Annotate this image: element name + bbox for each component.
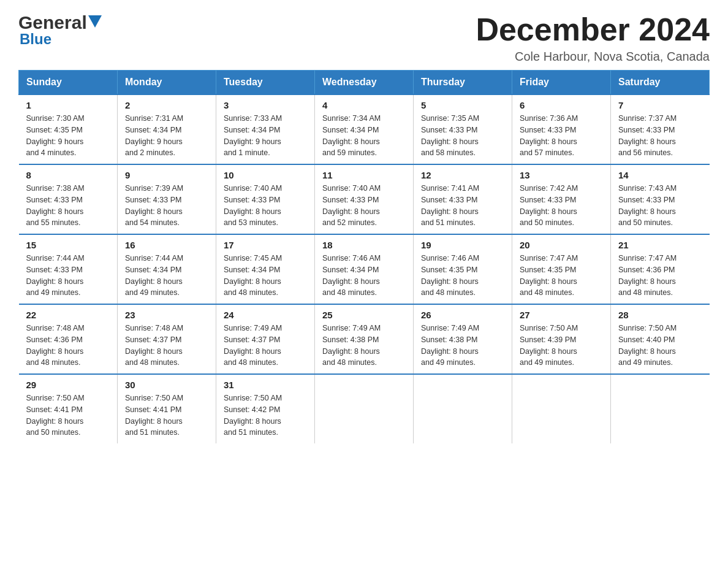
day-number: 30 (125, 380, 208, 390)
day-info: Sunrise: 7:40 AM Sunset: 4:33 PM Dayligh… (322, 183, 406, 229)
header-sunday: Sunday (19, 71, 118, 95)
day-number: 7 (618, 100, 702, 110)
calendar-table: SundayMondayTuesdayWednesdayThursdayFrid… (18, 70, 710, 443)
header-monday: Monday (118, 71, 216, 95)
day-number: 21 (618, 240, 702, 250)
calendar-cell: 8 Sunrise: 7:38 AM Sunset: 4:33 PM Dayli… (19, 164, 118, 234)
calendar-cell: 23 Sunrise: 7:48 AM Sunset: 4:37 PM Dayl… (118, 304, 216, 374)
calendar-cell: 14 Sunrise: 7:43 AM Sunset: 4:33 PM Dayl… (611, 164, 710, 234)
calendar-cell: 20 Sunrise: 7:47 AM Sunset: 4:35 PM Dayl… (512, 234, 611, 304)
calendar-week-2: 8 Sunrise: 7:38 AM Sunset: 4:33 PM Dayli… (19, 164, 710, 234)
day-number: 22 (26, 310, 110, 320)
day-number: 16 (125, 240, 208, 250)
day-number: 28 (618, 310, 702, 320)
day-number: 9 (125, 170, 208, 180)
location-subtitle: Cole Harbour, Nova Scotia, Canada (476, 50, 710, 64)
calendar-week-5: 29 Sunrise: 7:50 AM Sunset: 4:41 PM Dayl… (19, 374, 710, 443)
calendar-week-3: 15 Sunrise: 7:44 AM Sunset: 4:33 PM Dayl… (19, 234, 710, 304)
day-info: Sunrise: 7:35 AM Sunset: 4:33 PM Dayligh… (421, 113, 504, 159)
calendar-cell: 5 Sunrise: 7:35 AM Sunset: 4:33 PM Dayli… (414, 94, 512, 164)
day-info: Sunrise: 7:39 AM Sunset: 4:33 PM Dayligh… (125, 183, 208, 229)
day-number: 20 (520, 240, 603, 250)
day-number: 2 (125, 100, 208, 110)
day-number: 10 (224, 170, 307, 180)
day-info: Sunrise: 7:33 AM Sunset: 4:34 PM Dayligh… (224, 113, 307, 159)
header-wednesday: Wednesday (315, 71, 414, 95)
day-info: Sunrise: 7:37 AM Sunset: 4:33 PM Dayligh… (618, 113, 702, 159)
day-number: 29 (26, 380, 110, 390)
calendar-cell: 10 Sunrise: 7:40 AM Sunset: 4:33 PM Dayl… (216, 164, 315, 234)
day-info: Sunrise: 7:46 AM Sunset: 4:34 PM Dayligh… (322, 253, 406, 299)
day-number: 3 (224, 100, 307, 110)
calendar-cell: 2 Sunrise: 7:31 AM Sunset: 4:34 PM Dayli… (118, 94, 216, 164)
calendar-cell: 26 Sunrise: 7:49 AM Sunset: 4:38 PM Dayl… (414, 304, 512, 374)
day-number: 26 (421, 310, 504, 320)
day-number: 8 (26, 170, 110, 180)
day-number: 25 (322, 310, 406, 320)
calendar-cell: 1 Sunrise: 7:30 AM Sunset: 4:35 PM Dayli… (19, 94, 118, 164)
day-info: Sunrise: 7:49 AM Sunset: 4:38 PM Dayligh… (322, 323, 406, 369)
calendar-header-row: SundayMondayTuesdayWednesdayThursdayFrid… (19, 71, 710, 95)
day-number: 17 (224, 240, 307, 250)
calendar-week-4: 22 Sunrise: 7:48 AM Sunset: 4:36 PM Dayl… (19, 304, 710, 374)
day-info: Sunrise: 7:38 AM Sunset: 4:33 PM Dayligh… (26, 183, 110, 229)
day-info: Sunrise: 7:48 AM Sunset: 4:37 PM Dayligh… (125, 323, 208, 369)
calendar-cell: 3 Sunrise: 7:33 AM Sunset: 4:34 PM Dayli… (216, 94, 315, 164)
header-saturday: Saturday (611, 71, 710, 95)
day-number: 23 (125, 310, 208, 320)
calendar-cell: 9 Sunrise: 7:39 AM Sunset: 4:33 PM Dayli… (118, 164, 216, 234)
calendar-week-1: 1 Sunrise: 7:30 AM Sunset: 4:35 PM Dayli… (19, 94, 710, 164)
day-number: 1 (26, 100, 110, 110)
day-number: 15 (26, 240, 110, 250)
calendar-cell: 15 Sunrise: 7:44 AM Sunset: 4:33 PM Dayl… (19, 234, 118, 304)
day-info: Sunrise: 7:49 AM Sunset: 4:37 PM Dayligh… (224, 323, 307, 369)
calendar-cell (512, 374, 611, 443)
day-info: Sunrise: 7:47 AM Sunset: 4:35 PM Dayligh… (520, 253, 603, 299)
day-number: 18 (322, 240, 406, 250)
day-number: 12 (421, 170, 504, 180)
day-number: 27 (520, 310, 603, 320)
logo-blue-text: Blue (20, 31, 51, 48)
day-info: Sunrise: 7:47 AM Sunset: 4:36 PM Dayligh… (618, 253, 702, 299)
day-number: 31 (224, 380, 307, 390)
page-header: General Blue December 2024 Cole Harbour,… (18, 12, 710, 64)
svg-marker-0 (88, 15, 102, 28)
day-number: 4 (322, 100, 406, 110)
day-number: 6 (520, 100, 603, 110)
calendar-cell: 18 Sunrise: 7:46 AM Sunset: 4:34 PM Dayl… (315, 234, 414, 304)
calendar-cell: 16 Sunrise: 7:44 AM Sunset: 4:34 PM Dayl… (118, 234, 216, 304)
header-thursday: Thursday (414, 71, 512, 95)
calendar-cell: 22 Sunrise: 7:48 AM Sunset: 4:36 PM Dayl… (19, 304, 118, 374)
month-year-title: December 2024 (476, 12, 710, 47)
calendar-cell: 11 Sunrise: 7:40 AM Sunset: 4:33 PM Dayl… (315, 164, 414, 234)
day-info: Sunrise: 7:30 AM Sunset: 4:35 PM Dayligh… (26, 113, 110, 159)
day-info: Sunrise: 7:44 AM Sunset: 4:33 PM Dayligh… (26, 253, 110, 299)
day-info: Sunrise: 7:50 AM Sunset: 4:41 PM Dayligh… (26, 393, 110, 439)
calendar-cell: 25 Sunrise: 7:49 AM Sunset: 4:38 PM Dayl… (315, 304, 414, 374)
calendar-cell (611, 374, 710, 443)
day-number: 14 (618, 170, 702, 180)
day-info: Sunrise: 7:50 AM Sunset: 4:40 PM Dayligh… (618, 323, 702, 369)
calendar-cell: 4 Sunrise: 7:34 AM Sunset: 4:34 PM Dayli… (315, 94, 414, 164)
logo-triangle-icon (88, 15, 102, 28)
header-friday: Friday (512, 71, 611, 95)
day-info: Sunrise: 7:50 AM Sunset: 4:41 PM Dayligh… (125, 393, 208, 439)
calendar-cell: 7 Sunrise: 7:37 AM Sunset: 4:33 PM Dayli… (611, 94, 710, 164)
calendar-cell: 29 Sunrise: 7:50 AM Sunset: 4:41 PM Dayl… (19, 374, 118, 443)
title-section: December 2024 Cole Harbour, Nova Scotia,… (476, 12, 710, 64)
calendar-cell (315, 374, 414, 443)
day-info: Sunrise: 7:40 AM Sunset: 4:33 PM Dayligh… (224, 183, 307, 229)
day-info: Sunrise: 7:42 AM Sunset: 4:33 PM Dayligh… (520, 183, 603, 229)
header-tuesday: Tuesday (216, 71, 315, 95)
day-number: 11 (322, 170, 406, 180)
day-number: 19 (421, 240, 504, 250)
day-info: Sunrise: 7:43 AM Sunset: 4:33 PM Dayligh… (618, 183, 702, 229)
calendar-cell: 24 Sunrise: 7:49 AM Sunset: 4:37 PM Dayl… (216, 304, 315, 374)
calendar-cell: 19 Sunrise: 7:46 AM Sunset: 4:35 PM Dayl… (414, 234, 512, 304)
day-number: 5 (421, 100, 504, 110)
logo-general: General (18, 12, 102, 33)
day-info: Sunrise: 7:41 AM Sunset: 4:33 PM Dayligh… (421, 183, 504, 229)
day-info: Sunrise: 7:31 AM Sunset: 4:34 PM Dayligh… (125, 113, 208, 159)
day-info: Sunrise: 7:34 AM Sunset: 4:34 PM Dayligh… (322, 113, 406, 159)
calendar-cell: 27 Sunrise: 7:50 AM Sunset: 4:39 PM Dayl… (512, 304, 611, 374)
